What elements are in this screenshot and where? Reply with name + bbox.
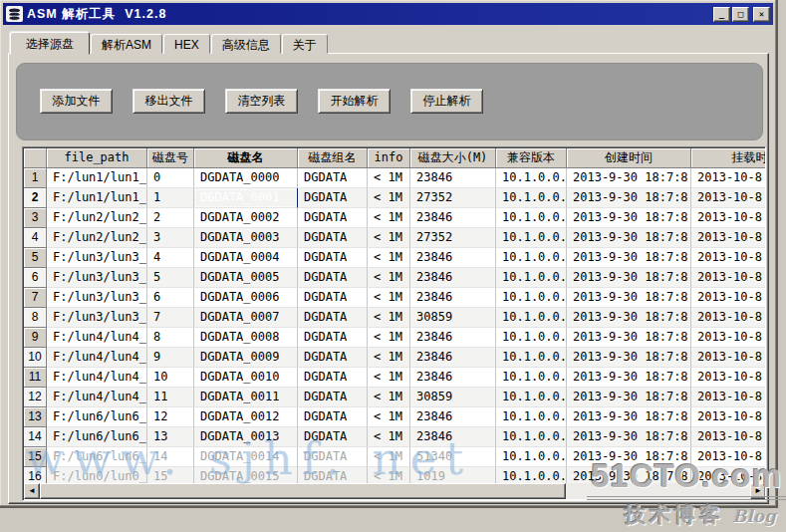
- cell-disk_no[interactable]: 7: [147, 308, 194, 328]
- cell-disk_group[interactable]: DGDATA: [298, 248, 368, 268]
- cell-disk_name[interactable]: DGDATA_0014: [194, 447, 298, 467]
- cell-size_m[interactable]: 30859: [410, 308, 496, 328]
- cell-create_time[interactable]: 2013-9-30 18:7:8: [567, 427, 691, 447]
- scroll-left-button[interactable]: ◄: [24, 483, 40, 499]
- cell-compat_version[interactable]: 10.1.0.0.0: [496, 407, 567, 427]
- cell-disk_group[interactable]: DGDATA: [298, 388, 368, 407]
- cell-disk_name[interactable]: DGDATA_0005: [194, 268, 298, 288]
- row-number-cell[interactable]: 4: [24, 228, 47, 248]
- cell-mount_time[interactable]: 2013-10-8 11: [691, 348, 766, 368]
- cell-create_time[interactable]: 2013-9-30 18:7:8: [567, 348, 691, 368]
- cell-compat_version[interactable]: 10.1.0.0.0: [496, 288, 567, 308]
- column-header-size_m[interactable]: 磁盘大小(M): [410, 148, 496, 168]
- cell-mount_time[interactable]: 2013-10-8 11: [691, 168, 766, 188]
- row-number-cell[interactable]: 15: [24, 447, 47, 467]
- cell-compat_version[interactable]: 10.1.0.0.0: [496, 168, 567, 188]
- cell-disk_name[interactable]: DGDATA_0008: [194, 328, 298, 348]
- row-number-cell[interactable]: 5: [24, 248, 47, 268]
- cell-compat_version[interactable]: 10.1.0.0.0: [496, 328, 567, 348]
- cell-info[interactable]: < 1M: [368, 228, 410, 248]
- cell-disk_group[interactable]: DGDATA: [298, 168, 368, 188]
- cell-create_time[interactable]: 2013-9-30 18:7:8: [567, 168, 691, 188]
- cell-size_m[interactable]: 23846: [410, 348, 496, 368]
- cell-info[interactable]: < 1M: [368, 328, 410, 348]
- cell-info[interactable]: < 1M: [368, 427, 410, 447]
- cell-size_m[interactable]: 23846: [410, 368, 496, 388]
- cell-disk_name[interactable]: DGDATA_0006: [194, 288, 298, 308]
- column-header-disk_group[interactable]: 磁盘组名: [298, 148, 368, 168]
- tab-hex[interactable]: HEX: [163, 34, 210, 54]
- cell-info[interactable]: < 1M: [368, 368, 410, 388]
- cell-disk_name[interactable]: DGDATA_0012: [194, 407, 298, 427]
- cell-size_m[interactable]: 23846: [410, 288, 496, 308]
- column-header-no[interactable]: [24, 148, 47, 168]
- cell-disk_no[interactable]: 8: [147, 328, 194, 348]
- cell-mount_time[interactable]: 2013-10-8 11: [691, 427, 766, 447]
- cell-create_time[interactable]: 2013-9-30 18:7:8: [567, 228, 691, 248]
- close-button[interactable]: ✕: [753, 7, 770, 22]
- cell-compat_version[interactable]: 10.1.0.0.0: [496, 427, 567, 447]
- cell-file_path[interactable]: F:/lun1/lun1_2: [47, 188, 147, 208]
- cell-file_path[interactable]: F:/lun6/lun6_3: [47, 427, 147, 447]
- cell-disk_group[interactable]: DGDATA: [298, 188, 368, 208]
- row-number-cell[interactable]: 14: [24, 427, 47, 447]
- cell-mount_time[interactable]: 2013-10-8 11: [691, 208, 766, 228]
- cell-disk_name[interactable]: DGDATA_0001: [194, 188, 298, 208]
- row-number-cell[interactable]: 10: [24, 348, 47, 368]
- cell-disk_no[interactable]: 4: [147, 248, 194, 268]
- cell-disk_group[interactable]: DGDATA: [298, 288, 368, 308]
- row-number-cell[interactable]: 7: [24, 288, 47, 308]
- cell-disk_group[interactable]: DGDATA: [298, 328, 368, 348]
- cell-mount_time[interactable]: 2013-10-8 11: [691, 407, 766, 427]
- cell-create_time[interactable]: 2013-9-30 18:7:8: [567, 268, 691, 288]
- cell-size_m[interactable]: 23846: [410, 427, 496, 447]
- cell-disk_name[interactable]: DGDATA_0013: [194, 427, 298, 447]
- cell-file_path[interactable]: F:/lun2/lun2_1: [47, 208, 147, 228]
- cell-disk_group[interactable]: DGDATA: [298, 228, 368, 248]
- cell-file_path[interactable]: F:/lun4/lun4_2: [47, 348, 147, 368]
- maximize-button[interactable]: □: [732, 7, 749, 22]
- cell-info[interactable]: < 1M: [368, 447, 410, 467]
- cell-file_path[interactable]: F:/lun3/lun3_1: [47, 248, 147, 268]
- cell-compat_version[interactable]: 10.1.0.0.0: [496, 268, 567, 288]
- cell-disk_name[interactable]: DGDATA_0010: [194, 368, 298, 388]
- cell-disk_name[interactable]: DGDATA_0002: [194, 208, 298, 228]
- cell-create_time[interactable]: 2013-9-30 18:7:8: [567, 188, 691, 208]
- cell-create_time[interactable]: 2013-9-30 18:7:8: [567, 208, 691, 228]
- cell-file_path[interactable]: F:/lun4/lun4_1: [47, 328, 147, 348]
- cell-size_m[interactable]: 23846: [410, 328, 496, 348]
- cell-size_m[interactable]: 23846: [410, 248, 496, 268]
- add-file-button[interactable]: 添加文件: [40, 89, 113, 114]
- row-number-cell[interactable]: 6: [24, 268, 47, 288]
- minimize-button[interactable]: _: [713, 7, 730, 22]
- start-parse-button[interactable]: 开始解析: [318, 89, 391, 114]
- cell-info[interactable]: < 1M: [368, 288, 410, 308]
- row-number-cell[interactable]: 9: [24, 328, 47, 348]
- cell-disk_no[interactable]: 14: [147, 447, 194, 467]
- cell-disk_no[interactable]: 12: [147, 407, 194, 427]
- cell-compat_version[interactable]: 10.1.0.0.0: [496, 368, 567, 388]
- tab-advanced-info[interactable]: 高级信息: [211, 34, 281, 54]
- cell-disk_name[interactable]: DGDATA_0011: [194, 388, 298, 407]
- cell-disk_group[interactable]: DGDATA: [298, 407, 368, 427]
- cell-size_m[interactable]: 23846: [410, 208, 496, 228]
- cell-size_m[interactable]: 30859: [410, 388, 496, 407]
- scroll-track[interactable]: [566, 483, 750, 499]
- column-header-info[interactable]: info: [368, 148, 410, 168]
- cell-disk_group[interactable]: DGDATA: [298, 447, 368, 467]
- row-number-cell[interactable]: 3: [24, 208, 47, 228]
- tab-parse-asm[interactable]: 解析ASM: [91, 34, 162, 54]
- cell-create_time[interactable]: 2013-9-30 18:7:8: [567, 407, 691, 427]
- cell-disk_group[interactable]: DGDATA: [298, 308, 368, 328]
- cell-disk_no[interactable]: 2: [147, 208, 194, 228]
- cell-disk_no[interactable]: 0: [147, 168, 194, 188]
- cell-compat_version[interactable]: 10.1.0.0.0: [496, 208, 567, 228]
- row-number-cell[interactable]: 1: [24, 168, 47, 188]
- cell-disk_no[interactable]: 11: [147, 388, 194, 407]
- cell-disk_no[interactable]: 10: [147, 368, 194, 388]
- cell-info[interactable]: < 1M: [368, 388, 410, 407]
- row-number-cell[interactable]: 11: [24, 368, 47, 388]
- cell-compat_version[interactable]: 10.1.0.0.0: [496, 248, 567, 268]
- cell-disk_no[interactable]: 9: [147, 348, 194, 368]
- cell-disk_group[interactable]: DGDATA: [298, 208, 368, 228]
